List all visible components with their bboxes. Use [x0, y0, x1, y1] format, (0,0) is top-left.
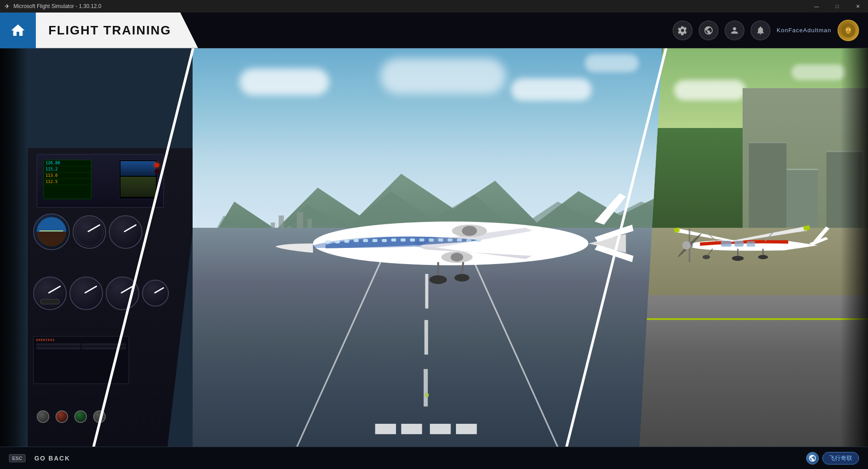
pfd-display: [119, 160, 157, 200]
heading-indicator: [109, 215, 142, 249]
svg-rect-41: [429, 239, 434, 242]
svg-point-25: [451, 253, 463, 262]
window-title-bar: ✈ Microsoft Flight Simulator - 1.30.12.0: [0, 3, 101, 10]
svg-point-29: [455, 274, 470, 282]
home-icon: [10, 22, 26, 38]
header-right-controls: KonFaceAdultman: [673, 20, 868, 41]
esc-key-label[interactable]: ESC: [9, 454, 26, 462]
minimize-button[interactable]: —: [806, 0, 827, 13]
scene-wrapper: 126.80 115.2 113.0 112.5: [0, 48, 868, 447]
svg-rect-58: [721, 241, 731, 247]
cloud-3: [511, 78, 592, 101]
globe-button[interactable]: [699, 21, 718, 40]
window-title-text: Microsoft Flight Simulator - 1.30.12.0: [13, 3, 101, 9]
gauge-row-2: [33, 277, 169, 310]
notification-button[interactable]: [751, 21, 770, 40]
red-light-1: [155, 163, 159, 167]
cockpit-upper-panel: 126.80 115.2 113.0 112.5: [37, 154, 164, 208]
svg-rect-35: [373, 239, 378, 242]
svg-marker-62: [803, 226, 810, 231]
username-display: KonFaceAdultman: [777, 27, 831, 34]
site-globe-icon: [806, 452, 819, 465]
altimeter: [73, 215, 106, 249]
warn-3: [36, 347, 81, 350]
go-back-group: ESC GO BACK: [9, 454, 70, 462]
svg-rect-34: [363, 239, 368, 242]
runway-panel: [193, 48, 662, 447]
svg-rect-59: [735, 241, 744, 247]
nav-display: 126.80 115.2 113.0 112.5: [43, 160, 91, 200]
svg-rect-32: [344, 240, 349, 243]
throttle-knob: [37, 410, 49, 423]
svg-rect-45: [466, 239, 471, 242]
window-chrome: ✈ Microsoft Flight Simulator - 1.30.12.0…: [0, 0, 868, 13]
right-cloud-2: [791, 64, 845, 80]
svg-point-61: [682, 241, 691, 250]
svg-rect-18: [430, 423, 451, 434]
svg-rect-36: [382, 239, 387, 242]
attitude-indicator: [33, 213, 70, 250]
svg-point-55: [758, 255, 768, 259]
svg-rect-16: [375, 423, 396, 434]
site-badge: 飞行奇联: [822, 452, 859, 465]
edge-vignette-right: [840, 48, 868, 447]
svg-point-23: [462, 226, 477, 236]
svg-line-28: [462, 262, 464, 276]
fuel-gauge: [142, 280, 169, 307]
header-bar: FLIGHT TRAINING KonFaceAdultman: [0, 13, 868, 48]
go-back-label: GO BACK: [34, 455, 70, 462]
close-button[interactable]: ✕: [847, 0, 868, 13]
turn-coordinator: [33, 277, 67, 310]
svg-rect-38: [401, 239, 406, 242]
bottom-bar: ESC GO BACK 飞行奇联: [0, 447, 868, 469]
svg-line-56: [708, 249, 713, 256]
svg-rect-33: [354, 239, 359, 242]
indicator-lights: [155, 163, 159, 174]
prop-knob: [74, 410, 87, 423]
warn-1: [36, 343, 81, 346]
svg-rect-31: [335, 240, 340, 243]
small-aircraft-area: [658, 156, 868, 335]
svg-point-1: [846, 29, 848, 30]
main-content: 126.80 115.2 113.0 112.5: [0, 48, 868, 447]
home-button[interactable]: [0, 13, 36, 48]
svg-rect-37: [391, 239, 396, 242]
page-title-block: FLIGHT TRAINING: [36, 13, 198, 48]
svg-rect-39: [410, 239, 415, 242]
ai-horizon: [37, 217, 66, 247]
svg-rect-40: [420, 239, 425, 242]
svg-point-53: [732, 256, 743, 261]
mixture-knob: [56, 410, 68, 423]
svg-rect-42: [438, 239, 443, 242]
pfd-ground: [120, 177, 156, 197]
window-controls: — □ ✕: [806, 0, 868, 13]
knobs-row: [37, 410, 106, 423]
alt-face: [75, 218, 103, 246]
user-avatar[interactable]: [838, 20, 859, 41]
app-icon: ✈: [4, 3, 10, 10]
svg-rect-44: [457, 239, 462, 242]
small-aircraft-panel: [640, 48, 868, 447]
svg-rect-30: [326, 240, 331, 243]
svg-rect-17: [401, 423, 422, 434]
cloud-1: [240, 68, 329, 95]
svg-point-57: [702, 255, 710, 259]
pfd-horizon: [120, 161, 156, 176]
cloud-2: [380, 58, 506, 94]
settings-button[interactable]: [673, 21, 692, 40]
svg-point-20: [425, 392, 429, 397]
svg-point-2: [849, 29, 851, 30]
svg-rect-46: [476, 239, 481, 242]
page-title: FLIGHT TRAINING: [48, 23, 171, 38]
gauge-row-1: [33, 213, 142, 250]
svg-rect-60: [747, 241, 755, 247]
small-aircraft-svg: [658, 156, 868, 335]
site-name: 飞行奇联: [829, 454, 852, 462]
profile-button[interactable]: [725, 21, 744, 40]
vsi: [69, 277, 103, 310]
warnings-grid: [36, 343, 126, 350]
maximize-button[interactable]: □: [827, 0, 847, 13]
svg-point-27: [430, 275, 447, 284]
china-site-logo: 飞行奇联: [806, 452, 859, 465]
tc-ball: [40, 299, 60, 304]
